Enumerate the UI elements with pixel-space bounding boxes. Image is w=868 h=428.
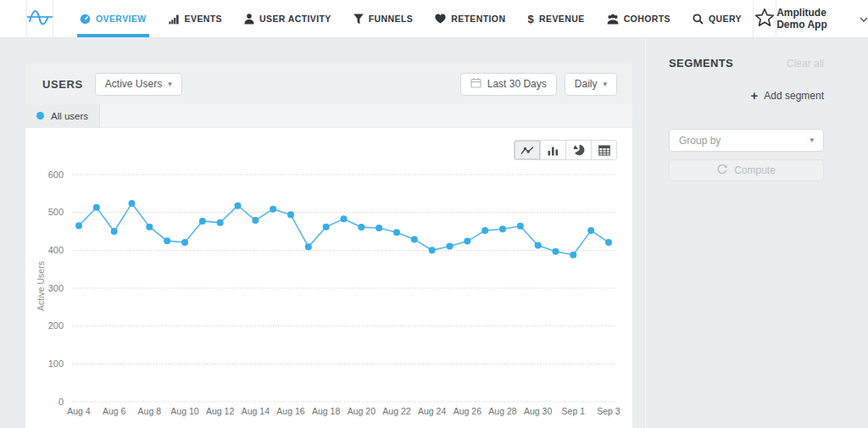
add-segment-row: + Add segment	[669, 88, 824, 103]
add-segment-label: Add segment	[764, 90, 824, 102]
top-navbar: OVERVIEW EVENTS USER ACTIVITY FUNNELS	[0, 0, 868, 38]
date-range-value: Last 30 Days	[487, 78, 547, 90]
tab-label: OVERVIEW	[96, 14, 147, 24]
svg-text:Aug 4: Aug 4	[67, 406, 91, 416]
header-controls: Last 30 Days Daily ▾	[460, 73, 617, 96]
chart-type-table-button[interactable]	[591, 141, 616, 159]
tab-label: REVENUE	[539, 14, 585, 24]
dollar-icon: $	[527, 13, 534, 25]
metric-dropdown-value: Active Users	[105, 78, 162, 90]
svg-text:Aug 30: Aug 30	[524, 406, 552, 416]
caret-down-icon: ▾	[603, 81, 607, 88]
card-header: USERS Active Users ▾ Last 30 Days Daily …	[25, 64, 632, 104]
calendar-icon	[470, 77, 481, 91]
heart-icon	[435, 14, 446, 24]
metric-dropdown[interactable]: Active Users ▾	[95, 73, 182, 96]
series-tab-label: All users	[51, 111, 88, 121]
svg-text:Aug 28: Aug 28	[488, 406, 516, 416]
series-color-dot	[36, 112, 44, 120]
svg-text:Aug 8: Aug 8	[138, 406, 162, 416]
tab-label: RETENTION	[451, 14, 505, 24]
app-selector[interactable]: Amplitude Demo App	[776, 0, 868, 37]
interval-dropdown-value: Daily	[575, 78, 598, 90]
active-users-chart[interactable]: 0100200300400500600Aug 4Aug 6Aug 8Aug 10…	[38, 166, 623, 420]
svg-text:Aug 16: Aug 16	[276, 406, 304, 416]
svg-text:Aug 24: Aug 24	[418, 406, 446, 416]
svg-text:Aug 6: Aug 6	[103, 406, 126, 416]
tab-label: QUERY	[709, 14, 742, 24]
tab-query[interactable]: QUERY	[682, 0, 753, 37]
people-icon	[607, 14, 619, 25]
interval-dropdown[interactable]: Daily ▾	[565, 73, 617, 96]
svg-text:Aug 22: Aug 22	[382, 406, 410, 416]
tab-retention[interactable]: RETENTION	[424, 0, 516, 37]
tab-funnels[interactable]: FUNNELS	[342, 0, 424, 37]
refresh-icon	[717, 164, 727, 177]
svg-text:Sep 1: Sep 1	[562, 406, 586, 416]
series-tabs-row: All users	[25, 104, 632, 128]
favorite-star-button[interactable]	[753, 0, 776, 37]
svg-text:Aug 14: Aug 14	[242, 406, 270, 416]
group-by-select[interactable]: Group by ▾	[669, 129, 824, 152]
compute-button[interactable]: Compute	[669, 159, 824, 181]
users-chart-card: USERS Active Users ▾ Last 30 Days Daily …	[25, 64, 632, 428]
tab-label: EVENTS	[185, 14, 222, 24]
person-icon	[244, 14, 254, 25]
clear-all-button[interactable]: Clear all	[787, 58, 824, 69]
add-segment-button[interactable]: + Add segment	[751, 89, 824, 102]
svg-text:400: 400	[48, 245, 64, 255]
segments-title: SEGMENTS	[669, 57, 733, 69]
svg-text:0: 0	[58, 397, 64, 407]
chart-panel: Active Users 0100200300400500600Aug 4Aug…	[25, 128, 632, 428]
group-by-placeholder: Group by	[679, 135, 721, 147]
chart-type-pie-button[interactable]	[565, 141, 591, 159]
chart-type-line-button[interactable]	[515, 141, 540, 159]
primary-nav: OVERVIEW EVENTS USER ACTIVITY FUNNELS	[69, 0, 753, 37]
segments-sidebar: SEGMENTS Clear all + Add segment Group b…	[645, 38, 868, 428]
svg-text:300: 300	[48, 283, 64, 293]
funnel-icon	[353, 14, 364, 25]
svg-text:100: 100	[48, 359, 64, 369]
amplitude-logo[interactable]	[26, 0, 53, 37]
tab-events[interactable]: EVENTS	[158, 0, 233, 37]
tab-label: COHORTS	[624, 14, 670, 24]
svg-text:Aug 12: Aug 12	[206, 406, 234, 416]
chart-type-toggle	[514, 140, 617, 160]
tab-overview[interactable]: OVERVIEW	[69, 0, 158, 37]
amplitude-dashboard: OVERVIEW EVENTS USER ACTIVITY FUNNELS	[0, 0, 868, 428]
segments-header: SEGMENTS Clear all	[669, 57, 824, 69]
tab-revenue[interactable]: $ REVENUE	[516, 0, 595, 37]
tab-user-activity[interactable]: USER ACTIVITY	[233, 0, 342, 37]
svg-text:Aug 26: Aug 26	[453, 406, 481, 416]
caret-down-icon: ▾	[810, 136, 814, 144]
bar-chart-icon	[169, 14, 180, 25]
search-icon	[693, 14, 704, 25]
tab-label: FUNNELS	[369, 14, 413, 24]
chart-type-bar-button[interactable]	[540, 141, 565, 159]
section-title: USERS	[42, 78, 83, 91]
svg-text:Aug 18: Aug 18	[312, 406, 340, 416]
star-icon	[754, 8, 775, 31]
svg-text:200: 200	[48, 320, 64, 331]
caret-down-icon: ▾	[168, 81, 172, 88]
svg-text:Aug 20: Aug 20	[348, 406, 376, 416]
svg-text:500: 500	[48, 207, 64, 217]
tab-label: USER ACTIVITY	[259, 14, 331, 24]
svg-text:Aug 10: Aug 10	[170, 406, 198, 416]
gauge-icon	[80, 14, 91, 25]
compute-label: Compute	[734, 164, 776, 176]
amplitude-wave-icon	[27, 6, 53, 31]
tab-cohorts[interactable]: COHORTS	[596, 0, 682, 37]
series-tab-all-users[interactable]: All users	[25, 104, 100, 127]
app-selector-label: Amplitude Demo App	[776, 7, 851, 31]
svg-text:600: 600	[48, 170, 64, 180]
svg-text:Sep 3: Sep 3	[597, 406, 620, 416]
date-range-button[interactable]: Last 30 Days	[460, 73, 557, 96]
chevron-down-icon	[860, 13, 868, 25]
plus-icon: +	[751, 89, 759, 102]
